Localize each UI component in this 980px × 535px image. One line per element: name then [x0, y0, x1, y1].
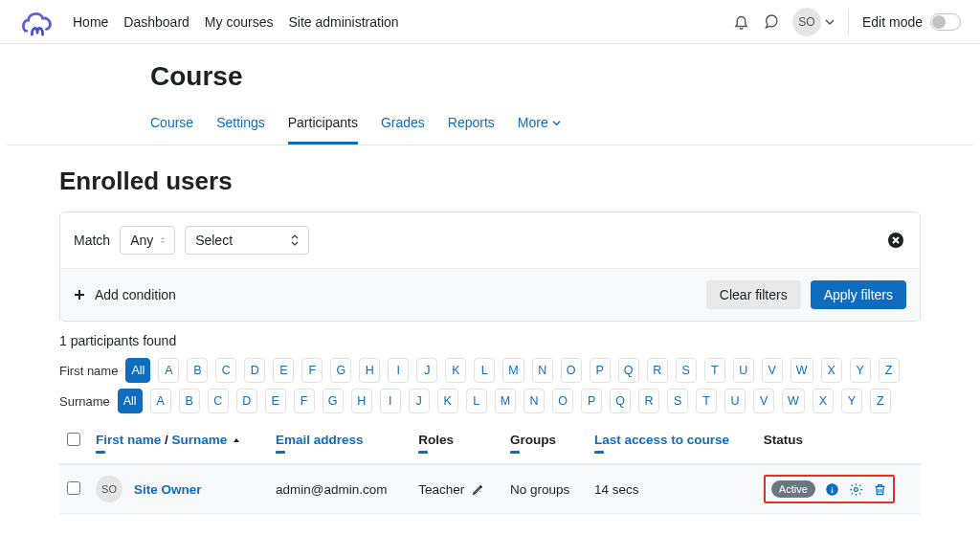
alpha-letter-B[interactable]: B — [187, 358, 208, 383]
alpha-letter-T[interactable]: T — [696, 389, 717, 413]
alpha-all[interactable]: All — [118, 389, 143, 413]
alpha-all[interactable]: All — [125, 358, 150, 383]
sort-email[interactable]: Email address — [276, 433, 364, 447]
alpha-letter-W[interactable]: W — [782, 389, 805, 413]
alpha-letter-N[interactable]: N — [523, 389, 545, 413]
tab-course[interactable]: Course — [150, 105, 193, 145]
alpha-letter-P[interactable]: P — [581, 389, 602, 413]
alpha-letter-V[interactable]: V — [753, 389, 774, 413]
alpha-letter-E[interactable]: E — [273, 358, 294, 383]
user-cell: SO Site Owner — [96, 476, 260, 502]
alpha-letter-K[interactable]: K — [437, 389, 458, 413]
alpha-letter-E[interactable]: E — [265, 389, 286, 413]
alpha-letter-Y[interactable]: Y — [841, 389, 862, 413]
alpha-letter-R[interactable]: R — [647, 358, 668, 383]
gear-icon[interactable] — [849, 482, 863, 497]
alpha-letter-V[interactable]: V — [762, 358, 783, 383]
alpha-letter-M[interactable]: M — [502, 358, 523, 383]
alpha-letter-D[interactable]: D — [236, 389, 257, 413]
edit-mode-toggle[interactable] — [930, 13, 961, 31]
alpha-letter-H[interactable]: H — [351, 389, 372, 413]
alpha-letter-J[interactable]: J — [416, 358, 437, 383]
tab-participants[interactable]: Participants — [288, 105, 358, 145]
alpha-letter-I[interactable]: I — [380, 389, 401, 413]
alpha-letter-R[interactable]: R — [638, 389, 659, 413]
alpha-letter-Q[interactable]: Q — [610, 389, 631, 413]
site-logo[interactable] — [19, 8, 56, 36]
alpha-letter-Y[interactable]: Y — [850, 358, 871, 383]
alpha-letter-O[interactable]: O — [552, 389, 573, 413]
sort-surname[interactable]: Surname — [172, 433, 228, 447]
alpha-letter-D[interactable]: D — [244, 358, 265, 383]
groups-cell: No groups — [502, 464, 587, 514]
alpha-letter-B[interactable]: B — [179, 389, 200, 413]
collapse-icon[interactable] — [510, 451, 520, 454]
alpha-letter-S[interactable]: S — [667, 389, 688, 413]
remove-filter-icon[interactable] — [887, 232, 904, 249]
apply-filters-button[interactable]: Apply filters — [811, 280, 906, 309]
alpha-letter-O[interactable]: O — [561, 358, 582, 383]
alpha-letter-F[interactable]: F — [294, 389, 315, 413]
alpha-letter-X[interactable]: X — [821, 358, 842, 383]
alpha-letter-M[interactable]: M — [495, 389, 516, 413]
collapse-icon[interactable] — [276, 451, 285, 454]
match-any-select[interactable]: Any — [120, 226, 175, 255]
alpha-letter-T[interactable]: T — [704, 358, 725, 383]
alpha-letter-L[interactable]: L — [474, 358, 495, 383]
alpha-letter-U[interactable]: U — [724, 389, 746, 413]
alpha-letter-W[interactable]: W — [791, 358, 813, 383]
nav-home[interactable]: Home — [73, 14, 108, 30]
trash-icon[interactable] — [873, 482, 887, 497]
col-name: First name / Surname — [88, 423, 268, 464]
pencil-icon[interactable] — [472, 483, 484, 496]
alpha-letter-X[interactable]: X — [813, 389, 834, 413]
filter-type-select[interactable]: Select — [185, 226, 309, 255]
collapse-icon[interactable] — [96, 451, 105, 454]
roles-header: Roles — [418, 433, 454, 447]
alpha-letter-J[interactable]: J — [409, 389, 430, 413]
alpha-letter-G[interactable]: G — [323, 389, 344, 413]
select-all-checkbox[interactable] — [67, 433, 80, 446]
clear-filters-button[interactable]: Clear filters — [706, 280, 801, 309]
alpha-letter-P[interactable]: P — [590, 358, 611, 383]
add-condition-button[interactable]: Add condition — [74, 287, 176, 302]
alpha-letter-C[interactable]: C — [215, 358, 236, 383]
sort-asc-icon — [233, 436, 240, 444]
collapse-icon[interactable] — [418, 451, 428, 454]
alpha-letter-Z[interactable]: Z — [879, 358, 900, 383]
nav-siteadmin[interactable]: Site administration — [288, 14, 398, 30]
filter-buttons: Clear filters Apply filters — [706, 280, 906, 309]
alpha-letter-Q[interactable]: Q — [618, 358, 639, 383]
alpha-letter-L[interactable]: L — [466, 389, 487, 413]
tab-grades[interactable]: Grades — [381, 105, 425, 145]
page-heading: Enrolled users — [59, 167, 921, 196]
alpha-letter-C[interactable]: C — [208, 389, 229, 413]
tab-reports[interactable]: Reports — [448, 105, 495, 145]
user-menu[interactable]: SO — [792, 8, 835, 36]
alpha-letter-K[interactable]: K — [445, 358, 466, 383]
match-any-value: Any — [130, 233, 153, 248]
alpha-letter-N[interactable]: N — [532, 358, 553, 383]
groups-header: Groups — [510, 433, 556, 447]
collapse-icon[interactable] — [594, 451, 604, 454]
alpha-letter-F[interactable]: F — [301, 358, 323, 383]
alpha-letter-A[interactable]: A — [150, 389, 171, 413]
message-icon[interactable] — [763, 13, 779, 30]
tab-settings[interactable]: Settings — [216, 105, 265, 145]
row-checkbox[interactable] — [67, 481, 80, 495]
alpha-letter-Z[interactable]: Z — [870, 389, 891, 413]
user-name-link[interactable]: Site Owner — [134, 482, 202, 497]
sort-firstname[interactable]: First name — [96, 433, 161, 447]
info-icon[interactable]: i — [825, 482, 839, 497]
alpha-letter-A[interactable]: A — [158, 358, 179, 383]
nav-dashboard[interactable]: Dashboard — [123, 14, 189, 30]
tab-more[interactable]: More — [518, 105, 561, 145]
alpha-letter-I[interactable]: I — [388, 358, 409, 383]
bell-icon[interactable] — [733, 13, 749, 30]
nav-mycourses[interactable]: My courses — [205, 14, 274, 30]
sort-lastaccess[interactable]: Last access to course — [594, 433, 729, 447]
alpha-letter-H[interactable]: H — [359, 358, 380, 383]
alpha-letter-U[interactable]: U — [733, 358, 754, 383]
alpha-letter-G[interactable]: G — [330, 358, 351, 383]
alpha-letter-S[interactable]: S — [676, 358, 697, 383]
